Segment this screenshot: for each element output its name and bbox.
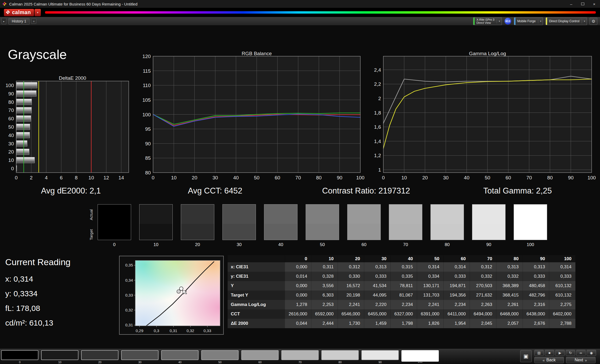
swatch-label: 90: [486, 242, 491, 247]
reading-count-badge: 613: [504, 18, 511, 25]
pattern-window-button[interactable]: ▣: [520, 350, 532, 362]
source-status-stripe: [514, 18, 515, 25]
table-cell: 2,444: [311, 319, 338, 328]
svg-text:2: 2: [378, 96, 381, 101]
grayscale-swatch: 30: [222, 204, 256, 247]
workflow-nav: « Back Next »: [534, 357, 596, 363]
table-cell: 0,312: [470, 262, 496, 272]
settings-button[interactable]: ⚙: [590, 18, 597, 25]
pattern-level-button[interactable]: [161, 350, 199, 360]
cie-chart: 0,350,340,330,320,310,290,30,310,320,33: [120, 256, 223, 334]
pattern-level-button[interactable]: [201, 350, 239, 360]
svg-text:0,31: 0,31: [170, 328, 177, 333]
source-name: Mobile Forge: [517, 20, 536, 23]
table-cell: 130,171: [417, 281, 443, 291]
grayscale-swatch: 80: [430, 204, 464, 247]
minimize-button[interactable]: –: [565, 0, 577, 8]
table-cell: 610,132: [549, 281, 575, 291]
table-row-label: y: CIE31: [228, 272, 285, 281]
display-control-dropdown[interactable]: Direct Display Control ▾: [546, 17, 587, 25]
svg-text:100: 100: [5, 83, 14, 88]
svg-text:0,31: 0,31: [125, 323, 133, 327]
chevron-down-icon: ▾: [582, 19, 585, 24]
refresh-icon-button[interactable]: ↻: [566, 350, 575, 356]
rgb-balance-chart: 8085909510010511011512001020304050607080…: [140, 52, 373, 180]
history-add-button[interactable]: +: [31, 19, 36, 24]
pattern-level-button[interactable]: [401, 350, 439, 362]
infinity-icon-button[interactable]: ∞: [576, 350, 586, 356]
pattern-level-button[interactable]: [321, 350, 359, 360]
camera-icon-button[interactable]: ◉: [587, 350, 596, 356]
svg-text:30: 30: [8, 141, 14, 146]
table-row-label: Y: [228, 281, 285, 291]
svg-text:2,4: 2,4: [374, 67, 381, 73]
svg-text:60: 60: [8, 116, 14, 121]
table-cell: 0,315: [390, 262, 417, 272]
svg-text:0: 0: [382, 175, 385, 180]
pattern-level-button[interactable]: [121, 350, 159, 360]
maximize-button[interactable]: [577, 0, 588, 8]
stop-icon-button[interactable]: ■: [545, 350, 554, 356]
pattern-level-button[interactable]: [281, 350, 319, 360]
svg-text:70: 70: [526, 175, 532, 180]
table-cell: 2,676: [523, 319, 549, 328]
table-cell: 0,314: [549, 262, 575, 272]
table-cell: 610,132: [549, 291, 575, 300]
table-column-header: 30: [364, 255, 390, 262]
reading-cdm2: cd/m²: 610,13: [5, 318, 53, 327]
pattern-level-button[interactable]: [241, 350, 279, 360]
display-control-status-stripe: [546, 18, 547, 25]
window-title: Calman 2025 Calman Ultimate for Business…: [9, 2, 137, 6]
pattern-level-cell: 60: [241, 350, 279, 364]
table-cell: 41,534: [364, 281, 390, 291]
svg-text:14: 14: [119, 175, 124, 180]
grayscale-swatch: 0: [98, 204, 131, 247]
next-button[interactable]: Next »: [566, 357, 596, 363]
pattern-level-cell: 20: [81, 350, 119, 364]
brand-bar: calman ▾: [0, 8, 600, 17]
svg-text:60: 60: [506, 175, 511, 180]
pattern-level-button[interactable]: [41, 350, 78, 360]
pattern-level-button[interactable]: [361, 350, 399, 360]
swatch-label: 0: [113, 242, 115, 247]
table-cell: 0,333: [443, 272, 470, 281]
history-panel-toggle[interactable]: ▸: [2, 18, 6, 24]
source-dropdown[interactable]: Mobile Forge ▾: [514, 17, 543, 25]
svg-text:40: 40: [233, 175, 239, 180]
pattern-level-cell: 10: [41, 350, 78, 364]
grayscale-swatch: 70: [389, 204, 422, 247]
table-cell: 6468,000: [496, 309, 523, 319]
svg-text:90: 90: [8, 91, 14, 96]
maximize-icon: [581, 3, 584, 5]
calman-menu-button[interactable]: ▾: [35, 9, 41, 16]
meter-dropdown[interactable]: X-Rite i1Pro 3 Direct View ▾: [473, 17, 502, 25]
svg-text:100: 100: [356, 175, 365, 180]
table-cell: 2,057: [496, 319, 523, 328]
svg-text:30: 30: [212, 175, 218, 180]
svg-text:20: 20: [192, 175, 197, 180]
pattern-level-label: 30: [138, 361, 141, 364]
swatch-label: 50: [320, 242, 325, 247]
calman-logo[interactable]: calman: [4, 9, 34, 16]
play-icon-button[interactable]: ▶: [555, 350, 565, 356]
swatch-label: 80: [445, 242, 450, 247]
swatch-actual: [431, 204, 464, 224]
display-icon-button[interactable]: ▤: [534, 350, 544, 356]
history-tab[interactable]: History 1: [8, 18, 30, 25]
table-cell: 368,389: [496, 281, 523, 291]
table-row-label: Target Y: [228, 291, 285, 300]
pattern-level-cell: 90: [361, 350, 399, 364]
svg-text:0,33: 0,33: [204, 328, 211, 333]
actual-axis-label: Actual: [89, 205, 93, 225]
pattern-level-button[interactable]: [81, 350, 119, 360]
pattern-level-button[interactable]: [1, 350, 38, 360]
close-button[interactable]: ×: [588, 0, 600, 8]
svg-text:70: 70: [8, 107, 14, 113]
svg-text:10: 10: [171, 175, 177, 180]
swatch-label: 30: [237, 242, 242, 247]
target-axis-label: Target: [89, 225, 93, 244]
table-cell: 20,198: [338, 291, 364, 300]
back-button[interactable]: « Back: [534, 357, 564, 363]
table-cell: 0,333: [523, 272, 549, 281]
swatch-target: [389, 224, 422, 240]
